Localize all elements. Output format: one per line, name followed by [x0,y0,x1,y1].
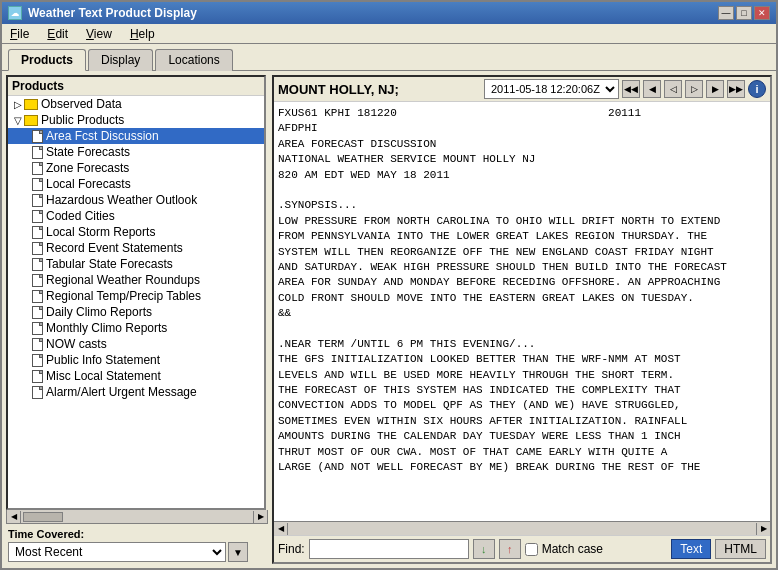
left-panel: Products ▷ Observed Data ▽ [6,75,266,510]
tree-item-regional-weather[interactable]: Regional Weather Roundups [8,272,264,288]
tree-label-tabular-state-forecasts: Tabular State Forecasts [46,257,173,271]
file-icon [32,178,43,191]
right-hscroll-right-btn[interactable]: ▶ [756,523,770,535]
minimize-button[interactable]: — [718,6,734,20]
tree-label-observed-data: Observed Data [41,97,122,111]
file-icon [32,306,43,319]
file-icon [32,322,43,335]
tree-label-local-forecasts: Local Forecasts [46,177,131,191]
weather-text-content[interactable]: FXUS61 KPHI 181220 20111 AFDPHI AREA FOR… [274,102,770,521]
hscroll-track[interactable] [21,512,253,522]
expand-public-products[interactable]: ▽ [12,115,24,126]
tree-label-regional-weather-roundups: Regional Weather Roundups [46,273,200,287]
find-label: Find: [278,542,305,556]
tree-item-zone-forecasts[interactable]: Zone Forecasts [8,160,264,176]
tree-item-local-forecasts[interactable]: Local Forecasts [8,176,264,192]
tree-item-hazardous-weather[interactable]: Hazardous Weather Outlook [8,192,264,208]
tree-label-public-info-statement: Public Info Statement [46,353,160,367]
find-input[interactable] [309,539,469,559]
time-covered-section: Time Covered: Most Recent Last 24 Hours … [6,524,268,564]
tree-item-misc-local[interactable]: Misc Local Statement [8,368,264,384]
tree-label-alarm-alert-urgent: Alarm/Alert Urgent Message [46,385,197,399]
tree-label-zone-forecasts: Zone Forecasts [46,161,129,175]
tree-label-now-casts: NOW casts [46,337,107,351]
file-icon [32,162,43,175]
close-button[interactable]: ✕ [754,6,770,20]
time-dropdown-btn[interactable]: ▼ [228,542,248,562]
main-content: Products ▷ Observed Data ▽ [2,70,776,568]
title-buttons: — □ ✕ [718,6,770,20]
tree-item-area-fcst[interactable]: Area Fcst Discussion [8,128,264,144]
file-icon [32,194,43,207]
nav-last-btn[interactable]: ▶▶ [727,80,745,98]
tree-label-area-fcst-discussion: Area Fcst Discussion [46,129,159,143]
tree-label-hazardous-weather-outlook: Hazardous Weather Outlook [46,193,197,207]
nav-prev-btn[interactable]: ◀ [643,80,661,98]
find-bar: Find: ↓ ↑ Match case Text HTML [274,535,770,562]
hscroll-left-btn[interactable]: ◀ [7,511,21,523]
find-down-btn[interactable]: ↓ [473,539,495,559]
tree-item-observed-data[interactable]: ▷ Observed Data [8,96,264,112]
expand-observed[interactable]: ▷ [12,99,24,110]
nav-controls: 2011-05-18 12:20:06Z ◀◀ ◀ ◁ ▷ ▶ ▶▶ i [484,79,766,99]
nav-next-btn[interactable]: ▶ [706,80,724,98]
info-button[interactable]: i [748,80,766,98]
tree-label-public-products: Public Products [41,113,124,127]
tree-label-coded-cities: Coded Cities [46,209,115,223]
right-hscroll-track[interactable] [288,524,756,534]
tab-locations[interactable]: Locations [155,49,232,71]
nav-next-single-btn[interactable]: ▷ [685,80,703,98]
menu-help[interactable]: Help [126,26,159,42]
tree-item-alarm-alert[interactable]: Alarm/Alert Urgent Message [8,384,264,400]
app-icon: ☁ [8,6,22,20]
hscroll-right-btn[interactable]: ▶ [253,511,267,523]
time-covered-label: Time Covered: [8,528,266,540]
match-case-label: Match case [542,542,603,556]
tree-label-monthly-climo-reports: Monthly Climo Reports [46,321,167,335]
file-icon [32,242,43,255]
tree-item-state-forecasts[interactable]: State Forecasts [8,144,264,160]
left-hscrollbar[interactable]: ◀ ▶ [6,510,268,524]
file-icon [32,354,43,367]
file-icon [32,258,43,271]
tab-products[interactable]: Products [8,49,86,71]
tree-item-monthly-climo[interactable]: Monthly Climo Reports [8,320,264,336]
tree-label-misc-local-statement: Misc Local Statement [46,369,161,383]
tree-item-tabular-state[interactable]: Tabular State Forecasts [8,256,264,272]
right-hscroll-left-btn[interactable]: ◀ [274,523,288,535]
folder-open-icon [24,115,38,126]
tree-label-state-forecasts: State Forecasts [46,145,130,159]
tree-item-daily-climo[interactable]: Daily Climo Reports [8,304,264,320]
tree-item-record-event-statements[interactable]: Record Event Statements [8,240,264,256]
file-icon [32,226,43,239]
file-icon [32,274,43,287]
nav-first-btn[interactable]: ◀◀ [622,80,640,98]
tree-item-public-products[interactable]: ▽ Public Products [8,112,264,128]
maximize-button[interactable]: □ [736,6,752,20]
file-icon [32,338,43,351]
file-icon [32,130,43,143]
find-up-btn[interactable]: ↑ [499,539,521,559]
datetime-select[interactable]: 2011-05-18 12:20:06Z [484,79,619,99]
tree-item-public-info[interactable]: Public Info Statement [8,352,264,368]
file-icon [32,386,43,399]
hscroll-thumb[interactable] [23,512,63,522]
file-icon [32,210,43,223]
tab-display[interactable]: Display [88,49,153,71]
tree-item-local-storm-reports[interactable]: Local Storm Reports [8,224,264,240]
time-covered-row: Most Recent Last 24 Hours Last 48 Hours … [8,542,266,562]
products-tree[interactable]: ▷ Observed Data ▽ Public Products [8,96,264,508]
right-hscrollbar[interactable]: ◀ ▶ [274,521,770,535]
view-html-btn[interactable]: HTML [715,539,766,559]
tree-item-now-casts[interactable]: NOW casts [8,336,264,352]
menu-file[interactable]: File [6,26,33,42]
nav-prev-single-btn[interactable]: ◁ [664,80,682,98]
match-case-checkbox[interactable] [525,543,538,556]
menu-edit[interactable]: Edit [43,26,72,42]
tree-item-regional-temp[interactable]: Regional Temp/Precip Tables [8,288,264,304]
tree-item-coded-cities[interactable]: Coded Cities [8,208,264,224]
location-label: MOUNT HOLLY, NJ; [278,82,399,97]
menu-view[interactable]: View [82,26,116,42]
view-text-btn[interactable]: Text [671,539,711,559]
time-covered-select[interactable]: Most Recent Last 24 Hours Last 48 Hours … [8,542,226,562]
